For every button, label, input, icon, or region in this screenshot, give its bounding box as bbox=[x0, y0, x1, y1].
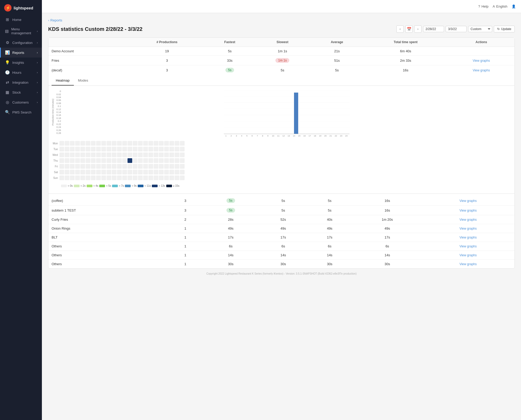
sidebar-item-integration[interactable]: ⇄ Integration › bbox=[0, 77, 42, 87]
sidebar-item-insights[interactable]: 💡 Insights › bbox=[0, 58, 42, 67]
view-graphs-link[interactable]: View graphs bbox=[459, 218, 477, 222]
sidebar-item-reports[interactable]: 📊 Reports › bbox=[0, 48, 42, 58]
row-slowest: 52s bbox=[260, 215, 306, 224]
heatmap-cell bbox=[133, 152, 137, 157]
svg-text:9: 9 bbox=[267, 135, 269, 137]
sidebar-logo[interactable]: ⚡ lightspeed bbox=[0, 0, 42, 15]
row-action[interactable]: View graphs bbox=[422, 206, 514, 215]
heatmap-cell bbox=[59, 158, 64, 163]
row-name: Fries bbox=[48, 56, 129, 65]
svg-text:14: 14 bbox=[293, 135, 295, 137]
row-action[interactable]: View graphs bbox=[448, 65, 514, 75]
view-graphs-link[interactable]: View graphs bbox=[473, 59, 490, 63]
view-graphs-link[interactable]: View graphs bbox=[473, 69, 490, 72]
sidebar-item-label: Insights bbox=[12, 61, 24, 65]
row-action[interactable]: View graphs bbox=[422, 260, 514, 269]
chevron-right-icon: › bbox=[37, 61, 38, 64]
heatmap-cell bbox=[148, 170, 153, 174]
row-action[interactable]: View graphs bbox=[422, 242, 514, 251]
tab-heatmap[interactable]: Heatmap bbox=[52, 76, 74, 86]
next-date-button[interactable]: › bbox=[414, 25, 422, 33]
heatmap-cell bbox=[180, 164, 185, 169]
prev-date-button[interactable]: ‹ bbox=[396, 25, 404, 33]
row-average: 40s bbox=[306, 215, 353, 224]
row-action[interactable]: View graphs bbox=[448, 56, 514, 65]
heatmap-cell bbox=[65, 141, 69, 146]
svg-text:4: 4 bbox=[241, 135, 242, 137]
row-fastest: 33s bbox=[205, 56, 254, 65]
legend-item: ≈ 7s bbox=[112, 184, 124, 187]
heatmap-cell bbox=[138, 147, 143, 151]
table-row: Demo Account 19 5s 1m 1s 21s 6m 40s bbox=[48, 47, 514, 56]
row-action[interactable]: View graphs bbox=[422, 196, 514, 206]
legend-item: ≈ 9s bbox=[125, 184, 137, 187]
heatmap-cell bbox=[133, 147, 137, 151]
language-selector[interactable]: A English bbox=[493, 4, 507, 8]
tab-modes[interactable]: Modes bbox=[74, 76, 92, 86]
heatmap-cell bbox=[138, 175, 143, 180]
row-action[interactable]: View graphs bbox=[422, 251, 514, 260]
heatmap-cell bbox=[143, 152, 148, 157]
view-graphs-link[interactable]: View graphs bbox=[459, 227, 477, 230]
start-date-input[interactable] bbox=[423, 26, 444, 32]
row-action[interactable]: View graphs bbox=[422, 233, 514, 242]
chevron-right-icon: › bbox=[37, 41, 38, 44]
sidebar-item-configuration[interactable]: ⚙ Configuration › bbox=[0, 38, 42, 48]
legend-item: ≈ 11s bbox=[138, 184, 151, 187]
row-action[interactable]: View graphs bbox=[422, 215, 514, 224]
heatmap-cell bbox=[169, 164, 174, 169]
user-menu[interactable]: 👤 bbox=[512, 4, 516, 8]
breadcrumb[interactable]: ‹ Reports bbox=[48, 18, 515, 22]
sidebar-item-pms-search[interactable]: 🔍 PMS Search bbox=[0, 107, 42, 117]
row-action[interactable]: View graphs bbox=[422, 224, 514, 233]
sidebar-item-menu-management[interactable]: ▤ Menu management › bbox=[0, 25, 42, 38]
heatmap-cell bbox=[96, 164, 101, 169]
legend-swatch bbox=[166, 185, 172, 187]
sidebar-item-label: Customers bbox=[12, 100, 29, 104]
update-button[interactable]: ↻ Update bbox=[494, 26, 515, 32]
row-slowest: 1m 1s bbox=[254, 56, 311, 65]
heatmap-cell bbox=[117, 175, 122, 180]
row-productions: 3 bbox=[169, 206, 201, 215]
svg-text:5: 5 bbox=[246, 135, 248, 137]
view-graphs-link[interactable]: View graphs bbox=[459, 209, 477, 212]
heatmap-cells-mon bbox=[59, 141, 185, 146]
legend-item: ≈ 2s bbox=[74, 184, 86, 187]
legend-label: ≈ 4s bbox=[93, 184, 98, 187]
help-button[interactable]: ? Help bbox=[478, 4, 489, 8]
calendar-button[interactable]: 📅 bbox=[405, 25, 413, 33]
sidebar-item-customers[interactable]: ◎ Customers › bbox=[0, 97, 42, 107]
view-graphs-link[interactable]: View graphs bbox=[459, 199, 477, 203]
heatmap-cell bbox=[80, 147, 85, 151]
sidebar-item-hours[interactable]: 🕐 Hours › bbox=[0, 67, 42, 77]
heatmap-cell bbox=[122, 147, 127, 151]
row-fastest: 5s bbox=[202, 206, 260, 215]
date-range-select[interactable]: Custom Today Yesterday This week Last we… bbox=[468, 26, 492, 32]
heatmap-cell bbox=[65, 175, 69, 180]
fastest-badge: 5s bbox=[226, 208, 235, 213]
day-label-wed: Wed bbox=[52, 154, 59, 156]
sidebar-item-stock[interactable]: ▦ Stock › bbox=[0, 87, 42, 97]
insights-icon: 💡 bbox=[5, 60, 10, 65]
heatmap-cell bbox=[59, 170, 64, 174]
view-graphs-link[interactable]: View graphs bbox=[459, 236, 477, 239]
sidebar-item-label: Configuration bbox=[12, 41, 32, 45]
heatmap-cell bbox=[96, 147, 101, 151]
row-fastest: 30s bbox=[202, 260, 260, 269]
heatmap-cell bbox=[91, 164, 96, 169]
svg-text:17: 17 bbox=[309, 135, 311, 137]
col-productions: # Productions bbox=[129, 38, 205, 47]
legend-swatch bbox=[112, 185, 118, 187]
view-graphs-link[interactable]: View graphs bbox=[459, 262, 477, 266]
row-slowest: 30s bbox=[260, 260, 306, 269]
end-date-input[interactable] bbox=[446, 26, 467, 32]
view-graphs-link[interactable]: View graphs bbox=[459, 253, 477, 257]
table-row: Fries 3 33s 1m 1s 51s 2m 33s View graphs bbox=[48, 56, 514, 65]
heatmap-cell bbox=[138, 158, 143, 163]
sidebar-item-home[interactable]: ⊞ Home bbox=[0, 15, 42, 25]
heatmap-cell bbox=[169, 152, 174, 157]
heatmap-cell bbox=[75, 164, 80, 169]
svg-text:22: 22 bbox=[335, 135, 337, 137]
view-graphs-link[interactable]: View graphs bbox=[459, 245, 477, 248]
sidebar-item-label: Reports bbox=[12, 51, 24, 55]
